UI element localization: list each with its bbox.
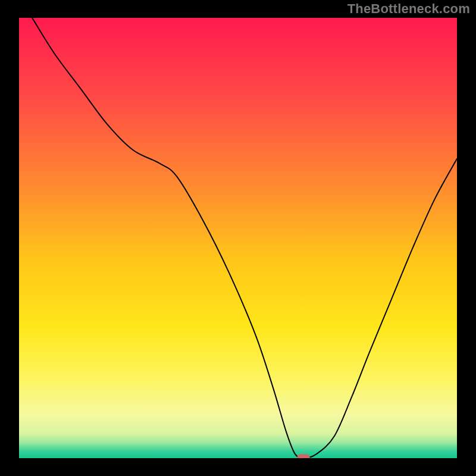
bottleneck-curve [19, 18, 457, 458]
chart-frame: TheBottleneck.com [0, 0, 476, 476]
optimum-marker [297, 454, 310, 458]
plot-area [19, 18, 457, 458]
watermark-text: TheBottleneck.com [347, 1, 470, 17]
bottleneck-curve-path [32, 18, 457, 458]
